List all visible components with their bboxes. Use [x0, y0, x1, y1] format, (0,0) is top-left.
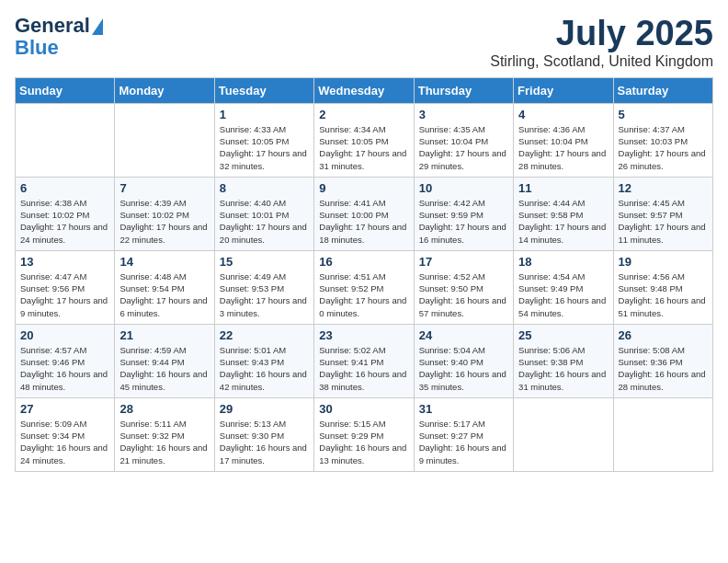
calendar-cell: 30Sunrise: 5:15 AM Sunset: 9:29 PM Dayli… — [314, 397, 414, 471]
day-number: 23 — [319, 328, 408, 342]
cell-info: Sunrise: 4:47 AM Sunset: 9:56 PM Dayligh… — [20, 270, 109, 319]
calendar-cell: 8Sunrise: 4:40 AM Sunset: 10:01 PM Dayli… — [214, 177, 313, 250]
calendar-cell: 31Sunrise: 5:17 AM Sunset: 9:27 PM Dayli… — [414, 397, 513, 471]
day-number: 14 — [119, 255, 209, 269]
calendar-cell: 7Sunrise: 4:39 AM Sunset: 10:02 PM Dayli… — [115, 177, 214, 250]
cell-info: Sunrise: 4:38 AM Sunset: 10:02 PM Daylig… — [20, 197, 109, 246]
day-number: 6 — [20, 181, 109, 195]
calendar-cell: 23Sunrise: 5:02 AM Sunset: 9:41 PM Dayli… — [314, 324, 414, 397]
day-header-saturday: Saturday — [613, 77, 712, 103]
cell-info: Sunrise: 4:56 AM Sunset: 9:48 PM Dayligh… — [619, 270, 708, 319]
logo-text: General — [15, 15, 103, 37]
day-number: 24 — [419, 328, 508, 342]
day-header-monday: Monday — [115, 77, 214, 103]
cell-info: Sunrise: 4:35 AM Sunset: 10:04 PM Daylig… — [419, 123, 508, 172]
day-number: 18 — [518, 255, 608, 269]
calendar-cell: 3Sunrise: 4:35 AM Sunset: 10:04 PM Dayli… — [414, 103, 513, 177]
cell-info: Sunrise: 4:42 AM Sunset: 9:59 PM Dayligh… — [419, 197, 508, 246]
calendar-cell: 17Sunrise: 4:52 AM Sunset: 9:50 PM Dayli… — [414, 250, 513, 324]
calendar-cell: 2Sunrise: 4:34 AM Sunset: 10:05 PM Dayli… — [314, 103, 414, 177]
cell-info: Sunrise: 4:33 AM Sunset: 10:05 PM Daylig… — [220, 123, 309, 172]
day-number: 28 — [119, 402, 209, 416]
cell-info: Sunrise: 5:15 AM Sunset: 9:29 PM Dayligh… — [319, 418, 408, 466]
calendar-cell: 13Sunrise: 4:47 AM Sunset: 9:56 PM Dayli… — [16, 250, 115, 324]
cell-info: Sunrise: 4:41 AM Sunset: 10:00 PM Daylig… — [319, 197, 408, 246]
day-number: 25 — [518, 328, 608, 342]
calendar-cell: 21Sunrise: 4:59 AM Sunset: 9:44 PM Dayli… — [115, 324, 214, 397]
calendar-cell: 27Sunrise: 5:09 AM Sunset: 9:34 PM Dayli… — [16, 397, 115, 471]
cell-info: Sunrise: 4:59 AM Sunset: 9:44 PM Dayligh… — [119, 344, 209, 393]
day-number: 30 — [319, 402, 408, 416]
calendar-cell: 15Sunrise: 4:49 AM Sunset: 9:53 PM Dayli… — [214, 250, 313, 324]
day-number: 22 — [220, 328, 309, 342]
day-number: 31 — [419, 402, 508, 416]
calendar-cell — [613, 397, 712, 471]
cell-info: Sunrise: 4:45 AM Sunset: 9:57 PM Dayligh… — [619, 197, 708, 246]
logo-blue: Blue — [15, 36, 59, 59]
cell-info: Sunrise: 4:37 AM Sunset: 10:03 PM Daylig… — [619, 123, 708, 172]
month-year: July 2025 — [490, 15, 713, 53]
cell-info: Sunrise: 5:08 AM Sunset: 9:36 PM Dayligh… — [619, 344, 708, 393]
calendar-cell: 12Sunrise: 4:45 AM Sunset: 9:57 PM Dayli… — [613, 177, 712, 250]
day-number: 10 — [419, 181, 508, 195]
cell-info: Sunrise: 5:17 AM Sunset: 9:27 PM Dayligh… — [419, 418, 508, 466]
day-number: 26 — [619, 328, 708, 342]
week-row-1: 1Sunrise: 4:33 AM Sunset: 10:05 PM Dayli… — [16, 103, 713, 177]
cell-info: Sunrise: 4:39 AM Sunset: 10:02 PM Daylig… — [119, 197, 209, 246]
calendar-header-row: SundayMondayTuesdayWednesdayThursdayFrid… — [16, 77, 713, 103]
day-header-sunday: Sunday — [16, 77, 115, 103]
calendar-cell — [514, 397, 613, 471]
calendar-cell: 9Sunrise: 4:41 AM Sunset: 10:00 PM Dayli… — [314, 177, 414, 250]
calendar-cell: 24Sunrise: 5:04 AM Sunset: 9:40 PM Dayli… — [414, 324, 513, 397]
location: Stirling, Scotland, United Kingdom — [490, 53, 713, 70]
cell-info: Sunrise: 4:48 AM Sunset: 9:54 PM Dayligh… — [119, 270, 209, 319]
cell-info: Sunrise: 4:34 AM Sunset: 10:05 PM Daylig… — [319, 123, 408, 172]
week-row-4: 20Sunrise: 4:57 AM Sunset: 9:46 PM Dayli… — [16, 324, 713, 397]
calendar-cell: 11Sunrise: 4:44 AM Sunset: 9:58 PM Dayli… — [514, 177, 613, 250]
calendar-cell: 20Sunrise: 4:57 AM Sunset: 9:46 PM Dayli… — [16, 324, 115, 397]
day-number: 17 — [419, 255, 508, 269]
cell-info: Sunrise: 5:09 AM Sunset: 9:34 PM Dayligh… — [20, 418, 109, 466]
day-number: 12 — [619, 181, 708, 195]
day-header-friday: Friday — [514, 77, 613, 103]
day-number: 13 — [20, 255, 109, 269]
title-section: July 2025 Stirling, Scotland, United Kin… — [490, 15, 713, 70]
day-header-tuesday: Tuesday — [214, 77, 313, 103]
cell-info: Sunrise: 5:04 AM Sunset: 9:40 PM Dayligh… — [419, 344, 508, 393]
calendar-cell: 14Sunrise: 4:48 AM Sunset: 9:54 PM Dayli… — [115, 250, 214, 324]
day-number: 27 — [20, 402, 109, 416]
day-number: 8 — [220, 181, 309, 195]
calendar-cell: 29Sunrise: 5:13 AM Sunset: 9:30 PM Dayli… — [214, 397, 313, 471]
cell-info: Sunrise: 5:01 AM Sunset: 9:43 PM Dayligh… — [220, 344, 309, 393]
calendar-cell — [115, 103, 214, 177]
day-number: 7 — [119, 181, 209, 195]
calendar-cell — [16, 103, 115, 177]
day-header-wednesday: Wednesday — [314, 77, 414, 103]
calendar-cell: 5Sunrise: 4:37 AM Sunset: 10:03 PM Dayli… — [613, 103, 712, 177]
day-number: 3 — [419, 108, 508, 121]
calendar-cell: 19Sunrise: 4:56 AM Sunset: 9:48 PM Dayli… — [613, 250, 712, 324]
cell-info: Sunrise: 4:52 AM Sunset: 9:50 PM Dayligh… — [419, 270, 508, 319]
day-number: 29 — [220, 402, 309, 416]
day-number: 4 — [518, 108, 608, 121]
calendar-cell: 16Sunrise: 4:51 AM Sunset: 9:52 PM Dayli… — [314, 250, 414, 324]
week-row-5: 27Sunrise: 5:09 AM Sunset: 9:34 PM Dayli… — [16, 397, 713, 471]
calendar-cell: 1Sunrise: 4:33 AM Sunset: 10:05 PM Dayli… — [214, 103, 313, 177]
cell-info: Sunrise: 4:40 AM Sunset: 10:01 PM Daylig… — [220, 197, 309, 246]
day-header-thursday: Thursday — [414, 77, 513, 103]
week-row-2: 6Sunrise: 4:38 AM Sunset: 10:02 PM Dayli… — [16, 177, 713, 250]
logo: General Blue — [15, 15, 103, 59]
day-number: 11 — [518, 181, 608, 195]
cell-info: Sunrise: 5:02 AM Sunset: 9:41 PM Dayligh… — [319, 344, 408, 393]
cell-info: Sunrise: 5:11 AM Sunset: 9:32 PM Dayligh… — [119, 418, 209, 466]
calendar-cell: 6Sunrise: 4:38 AM Sunset: 10:02 PM Dayli… — [16, 177, 115, 250]
day-number: 19 — [619, 255, 708, 269]
day-number: 15 — [220, 255, 309, 269]
cell-info: Sunrise: 5:13 AM Sunset: 9:30 PM Dayligh… — [220, 418, 309, 466]
cell-info: Sunrise: 4:44 AM Sunset: 9:58 PM Dayligh… — [518, 197, 608, 246]
day-number: 1 — [220, 108, 309, 121]
day-number: 16 — [319, 255, 408, 269]
page-header: General Blue July 2025 Stirling, Scotlan… — [15, 15, 713, 70]
calendar-cell: 10Sunrise: 4:42 AM Sunset: 9:59 PM Dayli… — [414, 177, 513, 250]
cell-info: Sunrise: 4:54 AM Sunset: 9:49 PM Dayligh… — [518, 270, 608, 319]
